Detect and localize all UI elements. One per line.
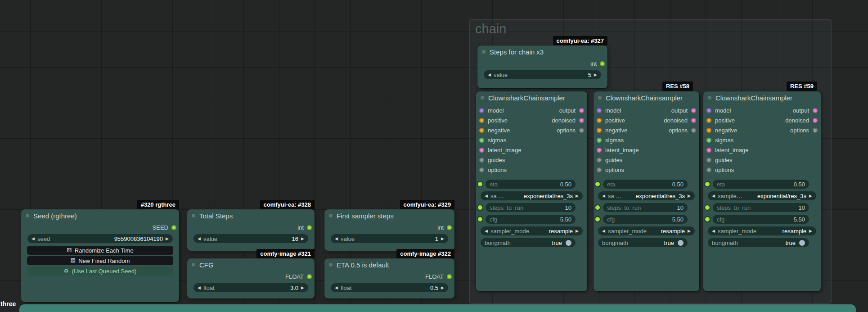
cfg-widget[interactable]: cfg 5.50 <box>486 215 576 224</box>
prev-arrow-icon[interactable]: ◀ <box>602 194 605 198</box>
input-port-options[interactable] <box>479 167 484 172</box>
float-widget[interactable]: ◀ float 3.0 ▶ <box>193 283 308 292</box>
sampler-mode-widget[interactable]: ◀ sampler_mode resample ▶ <box>481 226 583 235</box>
next-arrow-icon[interactable]: ▶ <box>809 229 812 233</box>
input-port-positive[interactable] <box>479 118 484 123</box>
next-arrow-icon[interactable]: ▶ <box>809 194 812 198</box>
node-title-bar[interactable]: Total Steps <box>187 209 315 222</box>
input-port-guides[interactable] <box>597 158 602 163</box>
collapse-dot[interactable] <box>481 50 486 54</box>
sampler-name-widget[interactable]: ◀ sample… exponential/res_3s ▶ <box>708 191 816 200</box>
increment-arrow-icon[interactable]: ▶ <box>301 237 304 241</box>
input-port-sigmas[interactable] <box>479 138 484 143</box>
decrement-arrow-icon[interactable]: ◀ <box>335 237 338 241</box>
input-port-options[interactable] <box>706 167 711 172</box>
collapse-dot[interactable] <box>480 95 485 100</box>
input-port-sigmas[interactable] <box>706 138 711 143</box>
output-port-float[interactable] <box>447 274 452 279</box>
next-arrow-icon[interactable]: ▶ <box>688 229 691 233</box>
output-port-seed[interactable] <box>171 225 176 230</box>
decrement-arrow-icon[interactable]: ◀ <box>335 286 338 290</box>
output-port-output[interactable] <box>813 108 818 113</box>
input-port-guides[interactable] <box>706 158 711 163</box>
decrement-arrow-icon[interactable]: ◀ <box>198 237 201 241</box>
output-port-int[interactable] <box>447 225 452 230</box>
bongmath-widget[interactable]: bongmath true <box>598 238 688 247</box>
output-port-options[interactable] <box>813 128 818 133</box>
node-total-steps[interactable]: Total Steps int ◀ value 16 ▶ <box>187 209 315 251</box>
next-arrow-icon[interactable]: ▶ <box>576 229 579 233</box>
input-port-model[interactable] <box>597 108 602 113</box>
cfg-widget[interactable]: cfg 5.50 <box>713 215 809 224</box>
output-port-options[interactable] <box>691 128 696 133</box>
eta-widget[interactable]: eta 0.50 <box>486 180 576 189</box>
widget-input-port-steps-to-run[interactable] <box>705 205 710 210</box>
node-title-bar[interactable]: ClownsharkChainsampler <box>594 91 699 104</box>
value-widget[interactable]: ◀ value 1 ▶ <box>331 234 448 243</box>
steps-to-run-widget[interactable]: steps_to_run 10 <box>603 203 688 212</box>
decrement-arrow-icon[interactable]: ◀ <box>31 237 35 241</box>
sampler-mode-widget[interactable]: ◀ sampler_mode resample ▶ <box>708 226 816 235</box>
collapse-dot[interactable] <box>707 95 712 100</box>
new-fixed-random-button[interactable]: ⚄ New Fixed Random <box>27 256 173 265</box>
next-arrow-icon[interactable]: ▶ <box>576 194 579 198</box>
output-port-output[interactable] <box>579 108 584 113</box>
collapse-dot[interactable] <box>191 213 196 218</box>
node-eta-default[interactable]: ETA 0.5 is default FLOAT ◀ float 0.5 ▶ <box>324 258 454 298</box>
cfg-widget[interactable]: cfg 5.50 <box>603 215 688 224</box>
increment-arrow-icon[interactable]: ▶ <box>301 286 304 290</box>
prev-arrow-icon[interactable]: ◀ <box>485 194 488 198</box>
bongmath-toggle[interactable] <box>799 240 805 246</box>
randomize-each-time-button[interactable]: ⚄ Randomize Each Time <box>27 246 173 255</box>
input-port-negative[interactable] <box>597 128 602 133</box>
bongmath-widget[interactable]: bongmath true <box>708 238 809 247</box>
output-port-output[interactable] <box>691 108 696 113</box>
collapse-dot[interactable] <box>328 213 333 218</box>
output-port-float[interactable] <box>307 274 312 279</box>
float-widget[interactable]: ◀ float 0.5 ▶ <box>331 283 448 292</box>
input-port-model[interactable] <box>706 108 711 113</box>
input-port-positive[interactable] <box>597 118 602 123</box>
output-port-denoised[interactable] <box>813 118 818 123</box>
input-port-positive[interactable] <box>706 118 711 123</box>
next-arrow-icon[interactable]: ▶ <box>688 194 691 198</box>
node-title-bar[interactable]: CFG <box>187 258 315 271</box>
decrement-arrow-icon[interactable]: ◀ <box>488 73 491 77</box>
node-title-bar[interactable]: First sampler steps <box>324 209 454 222</box>
increment-arrow-icon[interactable]: ▶ <box>441 286 444 290</box>
node-title-bar[interactable]: Seed (rgthree) <box>21 209 179 222</box>
bongmath-toggle[interactable] <box>566 240 571 246</box>
input-port-options[interactable] <box>597 167 602 172</box>
steps-to-run-widget[interactable]: steps_to_run 10 <box>486 203 576 212</box>
prev-arrow-icon[interactable]: ◀ <box>602 229 605 233</box>
increment-arrow-icon[interactable]: ▶ <box>441 237 444 241</box>
node-title-bar[interactable]: Steps for chain x3 <box>477 45 607 58</box>
widget-input-port-cfg[interactable] <box>478 217 482 222</box>
output-port-denoised[interactable] <box>579 118 584 123</box>
input-port-negative[interactable] <box>706 128 711 133</box>
widget-input-port-eta[interactable] <box>595 182 600 186</box>
increment-arrow-icon[interactable]: ▶ <box>166 237 169 241</box>
node-clownshark-chainsampler-1[interactable]: ClownsharkChainsampler model output posi… <box>476 91 587 291</box>
seed-widget[interactable]: ◀ seed 955900836104190 ▶ <box>27 234 173 243</box>
value-widget[interactable]: ◀ value 5 ▶ <box>484 70 601 79</box>
widget-input-port-steps-to-run[interactable] <box>478 205 482 210</box>
collapse-dot[interactable] <box>25 213 30 218</box>
output-port-int[interactable] <box>307 225 312 230</box>
decrement-arrow-icon[interactable]: ◀ <box>198 286 201 290</box>
prev-arrow-icon[interactable]: ◀ <box>712 194 715 198</box>
offscreen-node-title-bar[interactable] <box>19 304 856 312</box>
use-last-queued-seed-button[interactable]: ♻ (Use Last Queued Seed) <box>27 267 173 276</box>
bongmath-widget[interactable]: bongmath true <box>481 238 576 247</box>
sampler-name-widget[interactable]: ◀ sa … exponential/res_3s ▶ <box>598 191 695 200</box>
collapse-dot[interactable] <box>598 95 602 100</box>
sampler-name-widget[interactable]: ◀ sa … exponential/res_3s ▶ <box>481 191 583 200</box>
node-title-bar[interactable]: ClownsharkChainsampler <box>476 91 587 104</box>
prev-arrow-icon[interactable]: ◀ <box>712 229 715 233</box>
eta-widget[interactable]: eta 0.50 <box>603 180 688 189</box>
sampler-mode-widget[interactable]: ◀ sampler_mode resample ▶ <box>598 226 695 235</box>
node-clownshark-chainsampler-3[interactable]: ClownsharkChainsampler model output posi… <box>703 91 821 291</box>
prev-arrow-icon[interactable]: ◀ <box>485 229 488 233</box>
input-port-sigmas[interactable] <box>597 138 602 143</box>
output-port-int[interactable] <box>600 61 605 66</box>
